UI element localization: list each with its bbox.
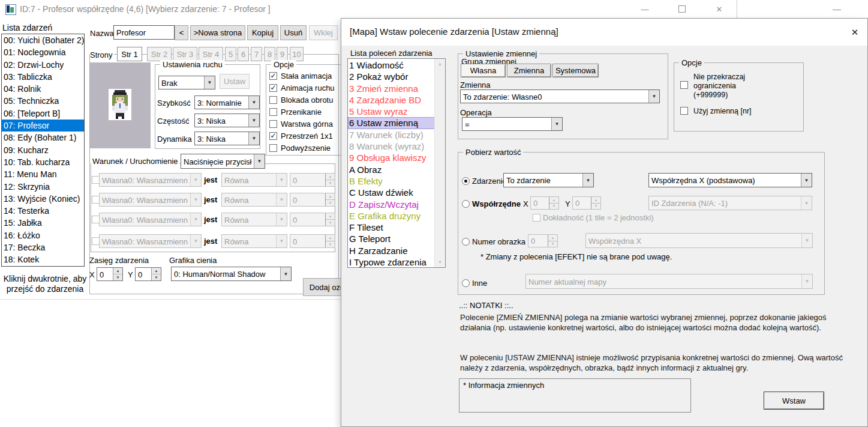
command-list-item[interactable]: 9 Obsługa klawiszy: [348, 152, 435, 163]
event-list-item[interactable]: 08: Edy (Bohater 1): [2, 132, 84, 144]
event-list-item[interactable]: 03: Tabliczka: [2, 71, 84, 83]
command-list-item[interactable]: 4 Zarządzanie BD: [348, 94, 435, 106]
precision-checkbox[interactable]: [533, 214, 540, 222]
page-tab[interactable]: Str 2: [147, 47, 172, 61]
event-property-combobox[interactable]: Współrzędna X (podstawowa)▼: [648, 173, 812, 187]
option-checkbox[interactable]: ✓: [269, 84, 277, 92]
event-list-item[interactable]: 16: Łóżko: [2, 229, 84, 241]
picture-radio[interactable]: [462, 238, 470, 246]
event-list-item[interactable]: 06: [Teleport B]: [2, 108, 84, 120]
range-y-stepper[interactable]: 0 ▲▼: [135, 267, 161, 281]
command-list-item[interactable]: 5 Ustaw wyraz: [348, 106, 435, 117]
limit-checkbox[interactable]: [680, 81, 688, 89]
dynamics-combobox[interactable]: 3: Niska▼: [194, 132, 260, 145]
sprite-panel[interactable]: [90, 62, 151, 148]
movement-set-button[interactable]: Ustaw: [220, 74, 250, 89]
copy-button[interactable]: Kopiuj: [247, 25, 278, 40]
speed-combobox[interactable]: 3: Normalnie▼: [194, 95, 260, 109]
command-list-item[interactable]: H Zarzadzanie: [348, 245, 435, 256]
condition-value-stepper[interactable]: 0▲▼: [290, 213, 335, 226]
command-list-item[interactable]: B Efekty: [348, 175, 435, 187]
command-list-item[interactable]: F Tileset: [348, 222, 435, 233]
insert-button[interactable]: Wstaw: [764, 392, 824, 410]
movement-type-combobox[interactable]: Brak▼: [158, 76, 215, 89]
event-list-item[interactable]: 11: Menu Man: [2, 168, 84, 180]
picture-property-combobox[interactable]: Współrzędna X▼: [585, 233, 813, 248]
event-list-item[interactable]: 10: Tab. kucharza: [2, 156, 84, 168]
condition-variable-combobox[interactable]: Własna0: Własnazmienn▼: [99, 234, 202, 248]
command-list-item[interactable]: 6 Ustaw zmienną: [348, 117, 435, 129]
event-list-item[interactable]: 02: Drzwi-Lochy: [2, 59, 84, 71]
condition-value-stepper[interactable]: 0▲▼: [290, 173, 335, 187]
event-list-item[interactable]: 13: Wyjście (Koniec): [2, 193, 84, 205]
frequency-combobox[interactable]: 3: Niska▼: [194, 114, 260, 127]
page-tab[interactable]: 8: [264, 47, 275, 61]
command-list-scrollbar[interactable]: ▲ ▼: [434, 59, 445, 267]
prev-page-button[interactable]: <: [175, 25, 188, 40]
scroll-up-icon[interactable]: ▲: [435, 59, 445, 69]
tab-zmienna[interactable]: Zmienna: [507, 64, 551, 77]
page-tab[interactable]: 7: [251, 47, 262, 61]
event-id-combobox[interactable]: ID Zdarzenia (N/A: -1)▼: [648, 196, 812, 210]
option-checkbox[interactable]: ✓: [269, 132, 277, 140]
option-checkbox[interactable]: [269, 96, 277, 104]
use-variable-checkbox[interactable]: [680, 107, 688, 115]
event-list-item[interactable]: 07: Profesor: [2, 120, 84, 132]
condition-value-stepper[interactable]: 0▲▼: [290, 234, 335, 248]
coords-x-stepper[interactable]: 0 ▲▼: [530, 196, 559, 210]
option-checkbox[interactable]: ✓: [269, 72, 277, 80]
background-window-minimize-button[interactable]: —: [827, 2, 847, 16]
delete-button[interactable]: Usuń: [280, 25, 307, 40]
paste-button[interactable]: Wklej: [309, 25, 338, 40]
command-list-item[interactable]: A Obraz: [348, 164, 435, 175]
event-list[interactable]: 00: Yuichi (Bohater 2)01: Noclegownia02:…: [1, 34, 85, 267]
page-tab[interactable]: Str 4: [199, 47, 223, 61]
shadow-combobox[interactable]: 0: Human/Normal Shadow▼: [171, 267, 292, 281]
page-tab[interactable]: Str 1: [117, 47, 142, 61]
tab-systemowa[interactable]: Systemowa: [552, 64, 599, 77]
event-list-item[interactable]: 09: Kucharz: [2, 144, 84, 156]
condition-variable-combobox[interactable]: Własna0: Własnazmienn▼: [99, 213, 202, 226]
trigger-combobox[interactable]: Naciśnięcie przycisł▼: [181, 154, 265, 169]
command-list-item[interactable]: 2 Pokaż wybór: [348, 71, 435, 82]
close-button[interactable]: ✕: [708, 1, 731, 17]
command-list-item[interactable]: E Grafika drużyny: [348, 210, 435, 222]
other-radio[interactable]: [462, 279, 470, 287]
command-list-item[interactable]: 3 Zmień zmienna: [348, 83, 435, 94]
minimize-button[interactable]: —: [633, 1, 656, 17]
command-list-item[interactable]: 7 Warunek (liczby): [348, 129, 435, 141]
command-list-item[interactable]: I Typowe zdarzenia: [348, 256, 435, 268]
event-list-item[interactable]: 17: Beczka: [2, 241, 84, 253]
spin-up-icon[interactable]: ▲: [152, 268, 161, 274]
event-list-item[interactable]: 00: Yuichi (Bohater 2): [2, 34, 84, 46]
page-tab[interactable]: 10: [290, 47, 304, 61]
condition-variable-combobox[interactable]: Własna0: Własnazmienn▼: [99, 193, 202, 207]
new-page-button[interactable]: >Nowa strona: [190, 25, 245, 40]
option-checkbox[interactable]: [269, 108, 277, 116]
event-list-item[interactable]: 05: Techniczka: [2, 95, 84, 107]
dialog-close-button[interactable]: ✕: [847, 25, 863, 40]
condition-value-stepper[interactable]: 0▲▼: [290, 193, 335, 207]
page-tab[interactable]: 6: [238, 47, 249, 61]
command-list-item[interactable]: 8 Warunek (wyraz): [348, 141, 435, 152]
condition-compare-combobox[interactable]: Równa▼: [221, 234, 287, 248]
event-list-item[interactable]: 18: Kotek: [2, 253, 84, 265]
command-list-item[interactable]: G Teleport: [348, 233, 435, 244]
variable-combobox[interactable]: To zdarzenie: Własne0▼: [460, 89, 660, 103]
range-x-stepper[interactable]: 0 ▲▼: [97, 267, 123, 281]
event-radio[interactable]: [462, 177, 470, 185]
event-list-item[interactable]: 01: Noclegownia: [2, 46, 84, 58]
event-list-item[interactable]: 12: Skrzynia: [2, 181, 84, 193]
spin-up-icon[interactable]: ▲: [113, 268, 122, 274]
condition-compare-combobox[interactable]: Równa▼: [221, 173, 287, 187]
picture-number-stepper[interactable]: 0 ▲▼: [528, 234, 558, 247]
event-list-item[interactable]: 14: Testerka: [2, 205, 84, 217]
operation-combobox[interactable]: =▼: [462, 117, 563, 131]
page-tab[interactable]: 9: [277, 47, 288, 61]
command-list[interactable]: 1 Wiadomość2 Pokaż wybór3 Zmień zmienna4…: [347, 58, 446, 268]
option-checkbox[interactable]: [269, 120, 277, 128]
page-tab[interactable]: Str 3: [173, 47, 197, 61]
coords-y-stepper[interactable]: 0 ▲▼: [572, 196, 601, 210]
option-checkbox[interactable]: [269, 144, 277, 152]
spin-down-icon[interactable]: ▼: [113, 274, 122, 280]
